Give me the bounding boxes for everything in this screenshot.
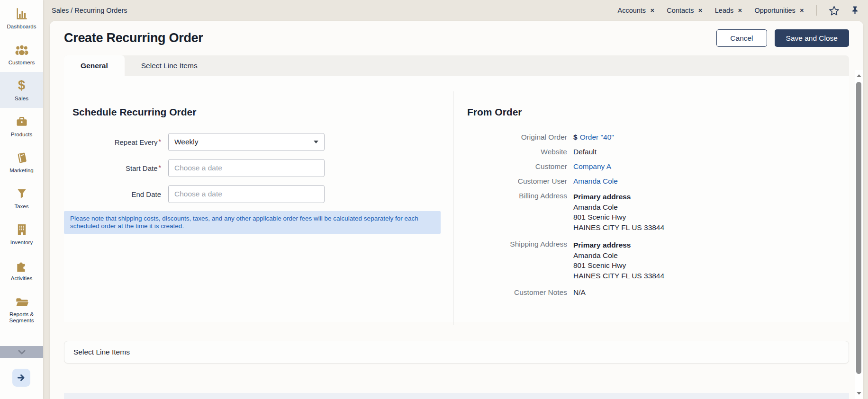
original-order-link[interactable]: Order "40": [580, 133, 614, 141]
sidebar-item-dashboards[interactable]: Dashboards: [0, 0, 43, 36]
history-tab-opportunities: Opportunities ✕: [755, 7, 804, 14]
scrollbar-thumb[interactable]: [856, 82, 861, 374]
end-date-label: End Date: [64, 190, 168, 198]
funnel-icon: [15, 186, 28, 200]
main-menu-sidebar: Dashboards Customers $ Sales Products Ma…: [0, 0, 43, 399]
sidebar-expand-button[interactable]: [12, 369, 30, 387]
select-line-items-section-header[interactable]: Select Line Items: [64, 341, 849, 364]
tab-select-line-items[interactable]: Select Line Items: [125, 55, 214, 76]
close-icon[interactable]: ✕: [738, 8, 742, 14]
vertical-scrollbar[interactable]: [855, 70, 863, 399]
schedule-section: Schedule Recurring Order Repeat Every* W…: [64, 76, 453, 322]
sidebar-item-taxes[interactable]: Taxes: [0, 180, 43, 216]
repeat-every-row: Repeat Every* Weekly: [64, 133, 453, 151]
sidebar-item-customers[interactable]: Customers: [0, 36, 43, 72]
history-tab-contacts: Contacts ✕: [667, 7, 702, 14]
favorite-star-icon[interactable]: [829, 6, 839, 16]
header-actions: Cancel Save and Close: [716, 29, 849, 47]
sidebar-item-marketing[interactable]: Marketing: [0, 144, 43, 180]
repeat-every-label: Repeat Every*: [64, 138, 168, 146]
schedule-heading: Schedule Recurring Order: [72, 106, 453, 118]
repeat-every-value: Weekly: [174, 138, 199, 146]
dollar-icon: $: [18, 79, 25, 92]
start-date-input[interactable]: [168, 159, 325, 177]
website-value: Default: [573, 148, 597, 156]
end-date-row: End Date: [64, 185, 453, 203]
customer-notes-value: N/A: [573, 288, 586, 297]
divider: [816, 5, 817, 16]
close-icon[interactable]: ✕: [800, 8, 804, 14]
column-divider: [453, 91, 453, 325]
chevron-down-icon: [18, 350, 26, 355]
sidebar-item-inventory[interactable]: Inventory: [0, 216, 43, 252]
page-card: Create Recurring Order Cancel Save and C…: [50, 21, 863, 399]
cancel-button[interactable]: Cancel: [716, 29, 767, 47]
start-date-row: Start Date*: [64, 159, 453, 177]
bar-chart-icon: [15, 7, 29, 20]
close-icon[interactable]: ✕: [650, 8, 654, 14]
briefcase-icon: [15, 115, 29, 128]
customer-notes-row: Customer Notes N/A: [467, 288, 849, 297]
billing-address-value: Primary address Amanda Cole 801 Scenic H…: [573, 192, 664, 232]
puzzle-icon: [15, 258, 28, 272]
customer-link[interactable]: Company A: [573, 162, 611, 171]
original-order-row: Original Order $Order "40": [467, 133, 849, 142]
top-bar: Sales / Recurring Orders Accounts ✕ Cont…: [43, 0, 868, 21]
general-tab-content: Schedule Recurring Order Repeat Every* W…: [64, 76, 849, 322]
repeat-every-select[interactable]: Weekly: [168, 133, 325, 151]
billing-address-row: Billing Address Primary address Amanda C…: [467, 192, 849, 232]
from-order-section: From Order Original Order $Order "40" We…: [453, 76, 849, 322]
sidebar-item-sales[interactable]: $ Sales: [0, 72, 43, 108]
people-icon: [14, 43, 29, 56]
open-folder-icon: [14, 294, 29, 308]
shipping-address-value: Primary address Amanda Cole 801 Scenic H…: [573, 240, 664, 281]
required-marker: *: [159, 164, 161, 171]
page-title: Create Recurring Order: [64, 31, 203, 45]
book-icon: [15, 151, 29, 164]
sidebar-scroll-down-button[interactable]: [0, 346, 43, 358]
end-date-input[interactable]: [168, 185, 325, 203]
save-and-close-button[interactable]: Save and Close: [775, 29, 849, 47]
tab-general[interactable]: General: [64, 55, 125, 76]
breadcrumb[interactable]: Sales / Recurring Orders: [52, 7, 127, 14]
line-items-grid-top-strip: [64, 393, 849, 399]
page-tabs: General Select Line Items: [64, 55, 849, 76]
customer-user-link[interactable]: Amanda Cole: [573, 177, 618, 186]
scrollbar-down-arrow[interactable]: [855, 390, 863, 397]
sidebar-item-products[interactable]: Products: [0, 108, 43, 144]
required-marker: *: [159, 138, 161, 145]
building-icon: [15, 222, 28, 236]
fees-info-note: Please note that shipping costs, discoun…: [64, 211, 441, 234]
start-date-label: Start Date*: [64, 164, 168, 172]
pin-icon[interactable]: [851, 6, 859, 15]
history-tab-leads: Leads ✕: [715, 7, 742, 14]
dollar-icon: $: [573, 133, 578, 141]
arrow-right-icon: [17, 373, 26, 382]
customer-user-row: Customer User Amanda Cole: [467, 177, 849, 186]
close-icon[interactable]: ✕: [698, 8, 703, 14]
sidebar-item-activities[interactable]: Activities: [0, 252, 43, 288]
chevron-down-icon: [314, 141, 318, 143]
sidebar-item-reports-segments[interactable]: Reports & Segments: [0, 288, 43, 330]
history-tabs: Accounts ✕ Contacts ✕ Leads ✕ Opportunit…: [617, 5, 859, 16]
from-order-heading: From Order: [467, 106, 849, 118]
scrollbar-up-arrow[interactable]: [855, 72, 863, 80]
website-row: Website Default: [467, 148, 849, 156]
page-header: Create Recurring Order Cancel Save and C…: [50, 21, 863, 47]
history-tab-accounts: Accounts ✕: [617, 7, 654, 14]
customer-row: Customer Company A: [467, 162, 849, 171]
select-line-items-heading: Select Line Items: [73, 348, 130, 356]
shipping-address-row: Shipping Address Primary address Amanda …: [467, 240, 849, 281]
